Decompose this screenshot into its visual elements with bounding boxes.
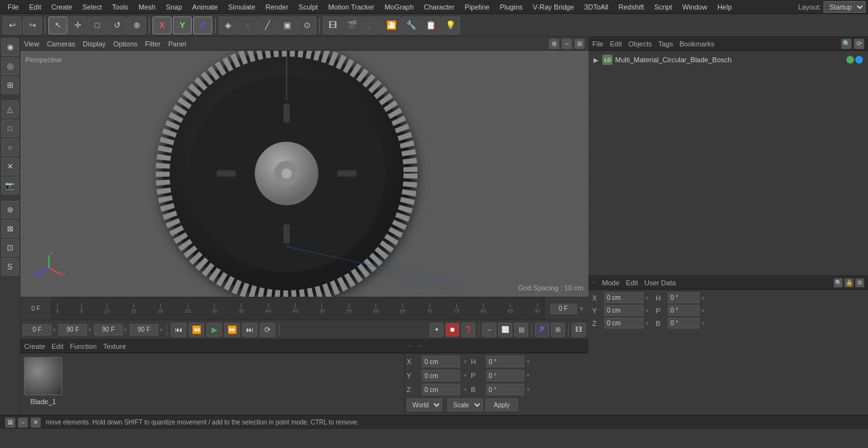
- record-btn[interactable]: ⏺: [445, 323, 459, 337]
- menu-3dtoall[interactable]: 3DToAll: [579, 2, 613, 12]
- vp-menu-filter[interactable]: Filter: [145, 40, 160, 48]
- sky-btn[interactable]: ⊡: [1, 239, 19, 257]
- menu-snap[interactable]: Snap: [161, 2, 187, 12]
- apply-btn[interactable]: Apply: [485, 398, 518, 411]
- vp-icon-3[interactable]: ⊞: [574, 39, 585, 49]
- menu-animate[interactable]: Animate: [187, 2, 223, 12]
- render-region-btn[interactable]: 🎞: [323, 17, 342, 34]
- attr-search-icon[interactable]: 🔍: [834, 278, 843, 287]
- vp-menu-cameras[interactable]: Cameras: [47, 40, 76, 48]
- rotate-btn[interactable]: ↺: [107, 17, 126, 34]
- preview-start-input[interactable]: [94, 324, 123, 336]
- obj-search-icon[interactable]: 🔍: [841, 39, 851, 49]
- x-arrow[interactable]: ▾: [464, 358, 467, 365]
- play-btn[interactable]: ▶: [207, 323, 222, 337]
- menu-sculpt[interactable]: Sculpt: [294, 2, 323, 12]
- axis-z-btn[interactable]: Z: [193, 17, 212, 34]
- p-input[interactable]: [486, 370, 524, 381]
- obj-objects-btn[interactable]: Objects: [628, 40, 652, 48]
- iso-btn[interactable]: ⊞: [1, 76, 19, 94]
- vp-menu-panel[interactable]: Panel: [168, 40, 186, 48]
- render-all-btn[interactable]: 🎥: [362, 17, 381, 34]
- attr-userdata-btn[interactable]: User Data: [644, 279, 676, 287]
- attr-h-rot[interactable]: [668, 292, 700, 303]
- mat-edit-btn[interactable]: Edit: [51, 343, 64, 350]
- menu-character[interactable]: Character: [419, 2, 459, 12]
- menu-help[interactable]: Help: [712, 2, 737, 12]
- status-icon-3[interactable]: ✕: [31, 417, 41, 428]
- menu-file[interactable]: File: [3, 2, 24, 12]
- coord-h-arrow[interactable]: ▾: [702, 295, 705, 301]
- step-back-btn[interactable]: ⏪: [189, 323, 204, 337]
- P-btn[interactable]: P: [535, 323, 549, 337]
- menu-mograph[interactable]: MoGraph: [379, 2, 419, 12]
- obj-btn[interactable]: ◉: [1, 38, 19, 56]
- loop-btn[interactable]: ⟳: [260, 323, 275, 337]
- coord-x-arrow[interactable]: ▾: [646, 295, 649, 301]
- attr-settings-icon[interactable]: ⚙: [855, 278, 864, 287]
- obj-file-btn[interactable]: File: [592, 40, 604, 48]
- attr-lock-icon[interactable]: 🔒: [844, 278, 853, 287]
- render-pic-btn[interactable]: 🎬: [342, 17, 362, 34]
- frame-end-input[interactable]: [58, 324, 87, 336]
- attr-x-pos[interactable]: [604, 292, 644, 303]
- menu-vray[interactable]: V-Ray Bridge: [528, 2, 580, 12]
- y-input[interactable]: [422, 370, 460, 381]
- coord-p-arrow[interactable]: ▾: [702, 308, 705, 314]
- wire-btn[interactable]: ◎: [1, 57, 19, 75]
- attr-edit-btn[interactable]: Edit: [626, 279, 638, 287]
- menu-redshift[interactable]: Redshift: [613, 2, 649, 12]
- floor-btn[interactable]: ⊠: [1, 220, 19, 238]
- status-icon-1[interactable]: 🖥: [5, 417, 15, 428]
- axis-y-btn[interactable]: Y: [173, 17, 192, 34]
- attr-b-rot[interactable]: [668, 318, 700, 329]
- menu-simulate[interactable]: Simulate: [223, 2, 261, 12]
- obj-expand-icon[interactable]: ▶: [593, 57, 599, 64]
- grid-btn[interactable]: ⊞: [551, 323, 565, 337]
- b-input[interactable]: [486, 384, 524, 395]
- null-btn[interactable]: ✕: [1, 158, 19, 175]
- vp-icon-1[interactable]: ⊕: [549, 39, 559, 49]
- z-arrow[interactable]: ▾: [464, 386, 467, 393]
- mat-texture-btn[interactable]: Texture: [103, 343, 126, 350]
- go-end-btn[interactable]: ⏭: [242, 323, 257, 337]
- cube-btn[interactable]: □: [1, 119, 19, 137]
- z-input[interactable]: [422, 384, 460, 395]
- render-vp-btn[interactable]: 🎦: [382, 17, 401, 34]
- axis-x-btn[interactable]: X: [153, 17, 172, 34]
- deform-btn[interactable]: S: [1, 258, 19, 276]
- world-dropdown[interactable]: World: [407, 398, 442, 411]
- mat-create-btn[interactable]: Create: [24, 343, 45, 350]
- mat-item[interactable]: Blade_1: [24, 357, 62, 405]
- menu-script[interactable]: Script: [649, 2, 677, 12]
- x-input[interactable]: [422, 356, 460, 367]
- obj-refresh-icon[interactable]: ⟳: [854, 39, 864, 49]
- light-btn[interactable]: 💡: [441, 17, 460, 34]
- scale-dropdown[interactable]: Scale: [447, 398, 483, 411]
- vp-menu-display[interactable]: Display: [83, 40, 105, 48]
- y-arrow[interactable]: ▾: [464, 372, 467, 379]
- timeline-btn[interactable]: ▤: [514, 323, 528, 337]
- render-settings-btn[interactable]: 🔧: [402, 17, 421, 34]
- h-input[interactable]: [486, 356, 524, 367]
- obj-mode-btn[interactable]: ◈: [219, 17, 238, 34]
- p-arrow[interactable]: ▾: [527, 372, 530, 379]
- attr-mode-btn[interactable]: Mode: [602, 279, 620, 287]
- vp-menu-view[interactable]: View: [24, 40, 39, 48]
- viewport[interactable]: Perspective: [20, 51, 588, 297]
- scale-btn[interactable]: □: [88, 17, 107, 34]
- sphere-btn[interactable]: ○: [1, 139, 19, 156]
- frame-start-input[interactable]: [23, 324, 51, 336]
- table-row[interactable]: ▶ L0 Multi_Material_Circular_Blade_Bosch: [591, 53, 865, 66]
- poly-mode-btn[interactable]: ▣: [278, 17, 297, 34]
- timeline-ruler[interactable]: 0 5 10 15 20 25 30 35 40 45 50 55 60 65: [52, 297, 544, 320]
- render-queue-btn[interactable]: 📋: [421, 17, 440, 34]
- auto-key-btn[interactable]: ❓: [461, 323, 475, 337]
- coord-b-arrow[interactable]: ▾: [702, 320, 705, 327]
- attr-p-rot[interactable]: [668, 305, 700, 316]
- move-btn[interactable]: ✛: [68, 17, 87, 34]
- layout-select[interactable]: Startup: [824, 1, 865, 13]
- menu-render[interactable]: Render: [261, 2, 294, 12]
- transform-btn[interactable]: ⊕: [127, 17, 146, 34]
- coord-z-arrow[interactable]: ▾: [646, 320, 649, 327]
